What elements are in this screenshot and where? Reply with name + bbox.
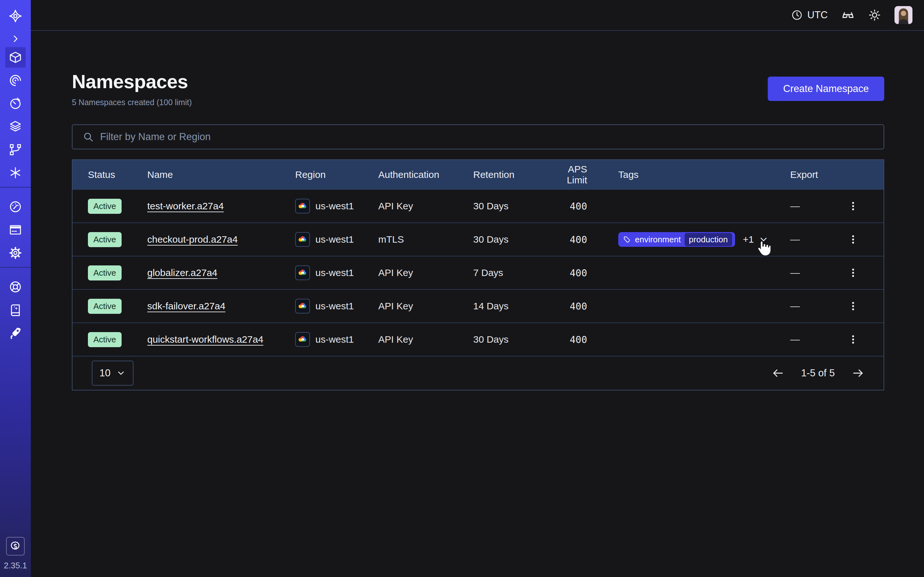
filter-input[interactable] [100, 131, 873, 143]
table-row: Active globalizer.a27a4 [73, 256, 884, 289]
region-label: us-west1 [315, 201, 354, 211]
avatar-photo [895, 6, 913, 24]
retention-period: 30 Days [473, 234, 547, 245]
gcp-cloud-icon [298, 301, 307, 311]
credits-badge-icon [10, 540, 21, 552]
row-actions-menu-button[interactable] [848, 201, 859, 211]
sidebar: 2.35.1 [0, 0, 31, 577]
page-title: Namespaces [72, 71, 192, 93]
region-label: us-west1 [315, 268, 354, 278]
gcp-cloud-icon [298, 268, 307, 277]
table-row: Active sdk-failover.a27a4 [73, 289, 884, 322]
column-header-tags: Tags [587, 169, 790, 180]
clock-icon [791, 9, 803, 21]
app-version: 2.35.1 [4, 561, 27, 571]
sidebar-item-workflows[interactable] [0, 138, 31, 161]
page-size-select[interactable]: 10 [92, 361, 134, 386]
kebab-menu-icon [848, 201, 859, 211]
namespace-link[interactable]: test-worker.a27a4 [147, 201, 224, 211]
sidebar-divider [0, 187, 31, 187]
previous-page-button[interactable] [772, 367, 784, 380]
status-badge: Active [88, 299, 121, 314]
search-icon [83, 131, 94, 142]
billing-card-icon [9, 223, 22, 237]
page-subtitle: 5 Namespaces created (100 limit) [72, 98, 192, 107]
namespace-link[interactable]: checkout-prod.a27a4 [147, 234, 238, 245]
credits-button[interactable] [6, 537, 25, 556]
namespace-link[interactable]: globalizer.a27a4 [147, 268, 218, 278]
gauge-icon [9, 200, 22, 213]
kebab-menu-icon [848, 301, 859, 311]
auth-method: mTLS [378, 234, 473, 245]
sidebar-item-support[interactable] [0, 276, 31, 298]
tag-expand-button[interactable] [758, 234, 769, 245]
auth-method: API Key [378, 201, 473, 211]
create-namespace-button[interactable]: Create Namespace [768, 77, 884, 101]
sidebar-item-deployments[interactable] [0, 115, 31, 138]
row-actions-menu-button[interactable] [848, 301, 859, 311]
lifebuoy-icon [9, 280, 22, 293]
namespace-link[interactable]: quickstart-workflows.a27a4 [147, 334, 263, 345]
kebab-menu-icon [848, 334, 859, 345]
sun-icon [868, 9, 881, 21]
gcp-cloud-icon [298, 335, 307, 344]
sidebar-item-nexus[interactable] [0, 161, 31, 184]
row-actions-menu-button[interactable] [848, 234, 859, 245]
chevron-right-icon [11, 34, 20, 44]
row-actions-menu-button[interactable] [848, 334, 859, 345]
table-row: Active quickstart-workflows.a27a4 [73, 322, 884, 356]
aps-limit-value: 400 [547, 301, 587, 312]
region-label: us-west1 [315, 334, 354, 345]
sidebar-divider [0, 267, 31, 268]
sidebar-item-usage[interactable] [0, 195, 31, 218]
theme-toggle-button[interactable] [868, 9, 881, 21]
next-page-button[interactable] [851, 367, 864, 380]
gcp-region-tile [295, 232, 310, 247]
kebab-menu-icon [848, 234, 859, 245]
timezone-button[interactable]: UTC [791, 9, 828, 21]
namespace-link[interactable]: sdk-failover.a27a4 [147, 301, 226, 311]
column-header-region: Region [295, 169, 378, 180]
tag-chip[interactable]: environment production [618, 232, 735, 247]
accessibility-reader-button[interactable] [841, 8, 855, 22]
sidebar-expand-button[interactable] [0, 32, 31, 46]
region-label: us-west1 [315, 234, 354, 245]
timezone-label: UTC [807, 9, 828, 21]
user-avatar[interactable] [895, 6, 913, 24]
glasses-icon [841, 8, 855, 22]
sidebar-item-observe[interactable] [0, 69, 31, 92]
sidebar-item-getting-started[interactable] [0, 322, 31, 345]
temporal-logo-icon [8, 9, 23, 23]
table-footer: 10 1-5 of 5 [73, 356, 884, 390]
column-header-retention: Retention [473, 169, 547, 180]
book-sparkle-icon [9, 303, 22, 317]
sidebar-item-docs[interactable] [0, 298, 31, 322]
gcp-region-tile [295, 332, 310, 347]
sidebar-item-namespaces[interactable] [5, 47, 26, 68]
export-value: — [790, 201, 800, 211]
sidebar-item-history[interactable] [0, 92, 31, 115]
gcp-region-tile [295, 266, 310, 280]
sidebar-item-billing[interactable] [0, 218, 31, 242]
page-size-value: 10 [99, 367, 110, 379]
git-branch-icon [9, 143, 22, 156]
gcp-cloud-icon [298, 201, 307, 211]
row-actions-menu-button[interactable] [848, 268, 859, 278]
retention-period: 14 Days [473, 301, 547, 311]
temporal-logo-button[interactable] [0, 9, 31, 23]
arrow-left-icon [772, 367, 784, 380]
rocket-icon [9, 326, 22, 340]
retention-period: 30 Days [473, 201, 547, 211]
layers-icon [9, 120, 22, 133]
topbar: UTC [31, 0, 924, 31]
cube-icon [9, 51, 22, 64]
aps-limit-value: 400 [547, 201, 587, 212]
column-header-status: Status [73, 169, 147, 180]
spiral-eye-icon [9, 74, 22, 87]
export-value: — [790, 268, 800, 278]
chevron-down-icon [116, 368, 126, 378]
aps-limit-value: 400 [547, 234, 587, 245]
export-value: — [790, 334, 800, 345]
status-badge: Active [88, 232, 121, 247]
sidebar-item-settings[interactable] [0, 242, 31, 264]
